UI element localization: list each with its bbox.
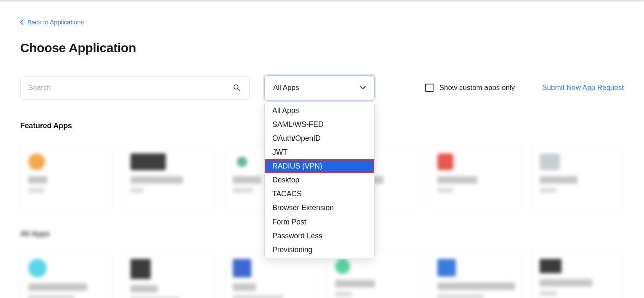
app-card-title bbox=[233, 283, 256, 291]
app-card-subtitle bbox=[540, 291, 557, 296]
app-icon bbox=[130, 153, 166, 170]
app-card-subtitle bbox=[437, 188, 453, 193]
app-icon bbox=[130, 259, 151, 279]
controls-row: All Apps All AppsSAML/WS-FEDOAuth/OpenID… bbox=[20, 75, 624, 100]
dropdown-option[interactable]: SAML/WS-FED bbox=[265, 118, 374, 132]
dropdown-option[interactable]: TACACS bbox=[265, 187, 374, 201]
page-title: Choose Application bbox=[20, 41, 624, 55]
back-link-label: Back to Applications bbox=[27, 18, 84, 26]
app-icon bbox=[233, 259, 251, 277]
dropdown-option[interactable]: Password Less bbox=[265, 229, 374, 243]
chevron-down-icon bbox=[360, 86, 366, 90]
app-card-subtitle bbox=[130, 297, 179, 298]
checkbox-label: Show custom apps only bbox=[439, 84, 515, 92]
app-card-title bbox=[540, 176, 577, 184]
dropdown-option[interactable]: Browser Extension bbox=[265, 201, 374, 215]
dropdown-option[interactable]: OAuth/OpenID bbox=[265, 132, 374, 145]
app-type-dropdown-menu: All AppsSAML/WS-FEDOAuth/OpenIDJWTRADIUS… bbox=[264, 102, 375, 259]
app-card[interactable] bbox=[122, 145, 215, 212]
dropdown-option[interactable]: Desktop bbox=[265, 173, 374, 187]
app-card-subtitle bbox=[233, 188, 253, 193]
app-card-subtitle bbox=[540, 188, 556, 193]
app-card[interactable] bbox=[532, 145, 624, 212]
app-card[interactable] bbox=[122, 250, 215, 298]
dropdown-selected-label: All Apps bbox=[273, 84, 299, 92]
app-type-filter: All Apps All AppsSAML/WS-FEDOAuth/OpenID… bbox=[264, 75, 375, 100]
app-type-dropdown-button[interactable]: All Apps bbox=[264, 75, 375, 100]
dropdown-option[interactable]: Provisioning bbox=[265, 243, 374, 257]
app-card-title bbox=[130, 285, 158, 293]
dropdown-option[interactable]: Form Post bbox=[265, 215, 374, 229]
app-icon bbox=[335, 259, 350, 274]
search-box[interactable] bbox=[20, 76, 250, 100]
app-card[interactable] bbox=[429, 145, 522, 212]
back-to-applications-link[interactable]: Back to Applications bbox=[20, 18, 84, 26]
app-icon bbox=[540, 259, 562, 273]
app-icon bbox=[28, 153, 45, 170]
app-card-title bbox=[233, 176, 261, 184]
app-card-title bbox=[28, 283, 87, 291]
app-card[interactable] bbox=[429, 250, 522, 298]
show-custom-apps-toggle[interactable]: Show custom apps only bbox=[425, 84, 515, 92]
app-card[interactable] bbox=[20, 145, 112, 212]
app-card-title bbox=[28, 176, 47, 184]
checkbox-icon bbox=[425, 84, 434, 92]
submit-new-app-request-link[interactable]: Submit New App Request bbox=[542, 84, 624, 92]
app-card-subtitle bbox=[437, 294, 484, 298]
app-icon bbox=[437, 153, 453, 170]
app-card-title bbox=[130, 176, 183, 184]
search-icon bbox=[232, 83, 242, 92]
app-card-title bbox=[540, 279, 592, 287]
app-card[interactable] bbox=[532, 250, 624, 298]
app-icon bbox=[437, 259, 456, 277]
app-icon bbox=[233, 153, 251, 170]
app-card[interactable] bbox=[20, 250, 112, 298]
app-card-subtitle bbox=[233, 295, 283, 298]
search-input[interactable] bbox=[28, 84, 232, 92]
page-container: Back to Applications Choose Application … bbox=[0, 2, 644, 298]
app-card-title bbox=[437, 176, 477, 184]
app-card-title bbox=[437, 282, 515, 290]
app-icon bbox=[28, 259, 47, 277]
app-card-subtitle bbox=[28, 188, 44, 193]
dropdown-option[interactable]: JWT bbox=[265, 145, 374, 159]
app-card-subtitle bbox=[335, 292, 352, 297]
app-icon bbox=[540, 153, 560, 170]
chevron-left-icon bbox=[20, 20, 23, 25]
app-card-subtitle bbox=[130, 188, 143, 193]
dropdown-option[interactable]: All Apps bbox=[265, 104, 374, 118]
dropdown-option[interactable]: RADIUS (VPN) bbox=[265, 159, 374, 173]
app-card-title bbox=[335, 280, 375, 287]
app-card-subtitle bbox=[28, 295, 75, 298]
